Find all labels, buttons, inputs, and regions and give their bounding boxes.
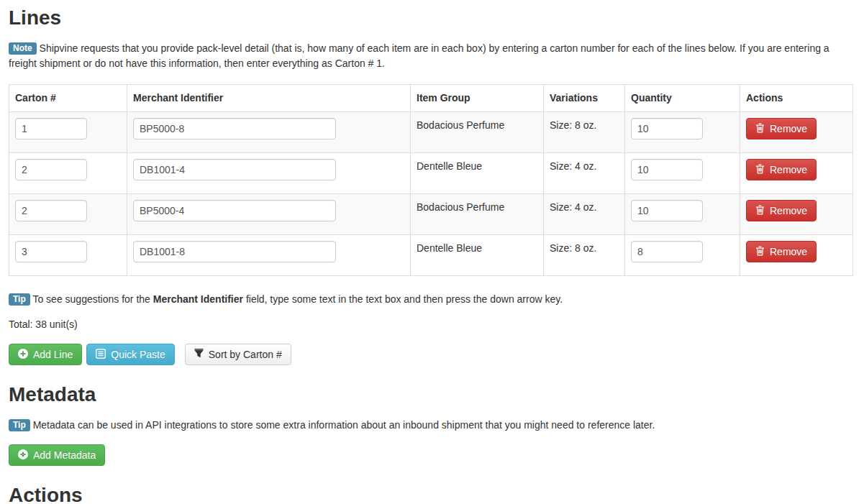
column-header-carton: Carton # <box>9 84 127 111</box>
quantity-input[interactable] <box>631 118 703 139</box>
list-icon <box>96 349 106 360</box>
metadata-button-row: Add Metadata <box>9 444 854 466</box>
metadata-tip: Tip Metadata can be used in API integrat… <box>9 418 854 433</box>
carton-number-input[interactable] <box>15 200 87 221</box>
remove-button-label: Remove <box>770 124 807 134</box>
add-line-button[interactable]: Add Line <box>9 344 82 365</box>
merchant-identifier-tip: Tip To see suggestions for the Merchant … <box>9 292 854 307</box>
sort-by-carton-label: Sort by Carton # <box>209 349 282 359</box>
merchant-identifier-input[interactable] <box>133 118 336 139</box>
item-group-value: Bodacious Perfume <box>417 200 504 213</box>
quick-paste-label: Quick Paste <box>111 349 165 359</box>
quick-paste-button[interactable]: Quick Paste <box>86 344 174 365</box>
total-units-text: Total: 38 unit(s) <box>9 317 854 332</box>
variations-value: Size: 8 oz. <box>550 241 596 254</box>
metadata-section-title: Metadata <box>9 384 854 406</box>
lines-table: Carton # Merchant Identifier Item Group … <box>9 84 853 276</box>
trash-icon <box>755 205 765 216</box>
pack-level-note: Note Shipvine requests that you provide … <box>9 41 847 71</box>
merchant-identifier-input[interactable] <box>133 159 336 180</box>
remove-button-label: Remove <box>770 206 807 216</box>
filter-icon <box>194 349 204 359</box>
remove-button-label: Remove <box>770 247 807 257</box>
tip-text-bold: Merchant Identifier <box>153 293 243 305</box>
column-header-actions: Actions <box>740 84 853 111</box>
carton-number-input[interactable] <box>15 241 87 262</box>
lines-table-body: Bodacious Perfume Size: 8 oz. Remove Den… <box>9 111 853 275</box>
variations-value: Size: 4 oz. <box>550 200 596 213</box>
plus-circle-icon <box>18 349 28 360</box>
remove-line-button[interactable]: Remove <box>746 159 817 180</box>
variations-value: Size: 8 oz. <box>550 118 596 131</box>
carton-number-input[interactable] <box>15 159 87 180</box>
metadata-tip-text: Metadata can be used in API integrations… <box>33 419 655 431</box>
table-header-row: Carton # Merchant Identifier Item Group … <box>9 84 853 111</box>
add-line-label: Add Line <box>33 349 73 359</box>
remove-button-label: Remove <box>770 165 807 175</box>
trash-icon <box>755 246 765 257</box>
remove-line-button[interactable]: Remove <box>746 200 817 221</box>
item-group-value: Dentelle Bleue <box>417 241 482 254</box>
merchant-identifier-input[interactable] <box>133 200 336 221</box>
column-header-merchant-identifier: Merchant Identifier <box>127 84 411 111</box>
lines-section-title: Lines <box>9 7 854 29</box>
actions-section-title: Actions <box>9 485 854 504</box>
table-row: Dentelle Bleue Size: 8 oz. Remove <box>9 234 853 275</box>
remove-line-button[interactable]: Remove <box>746 118 817 139</box>
tip-text-after: field, type some text in the text box an… <box>243 293 563 305</box>
table-row: Bodacious Perfume Size: 8 oz. Remove <box>9 111 853 152</box>
sort-by-carton-button[interactable]: Sort by Carton # <box>185 344 291 365</box>
tip-badge: Tip <box>9 293 30 306</box>
item-group-value: Dentelle Bleue <box>417 159 482 172</box>
column-header-item-group: Item Group <box>411 84 544 111</box>
remove-line-button[interactable]: Remove <box>746 241 817 262</box>
lines-button-row: Add Line Quick Paste Sort by Carton # <box>9 344 854 365</box>
quantity-input[interactable] <box>631 200 703 221</box>
column-header-variations: Variations <box>544 84 625 111</box>
column-header-quantity: Quantity <box>625 84 740 111</box>
variations-value: Size: 4 oz. <box>550 159 596 172</box>
quantity-input[interactable] <box>631 159 703 180</box>
item-group-value: Bodacious Perfume <box>417 118 504 131</box>
tip-badge: Tip <box>9 419 30 431</box>
note-text: Shipvine requests that you provide pack-… <box>9 42 829 69</box>
add-metadata-button[interactable]: Add Metadata <box>9 444 105 466</box>
add-metadata-label: Add Metadata <box>33 450 96 460</box>
trash-icon <box>755 164 765 175</box>
merchant-identifier-input[interactable] <box>133 241 336 262</box>
carton-number-input[interactable] <box>15 118 87 139</box>
tip-text-before: To see suggestions for the <box>32 293 153 305</box>
table-row: Dentelle Bleue Size: 4 oz. Remove <box>9 152 853 193</box>
plus-circle-icon <box>18 449 28 461</box>
table-row: Bodacious Perfume Size: 4 oz. Remove <box>9 193 853 234</box>
quantity-input[interactable] <box>631 241 703 262</box>
note-badge: Note <box>9 42 37 55</box>
trash-icon <box>755 123 765 134</box>
